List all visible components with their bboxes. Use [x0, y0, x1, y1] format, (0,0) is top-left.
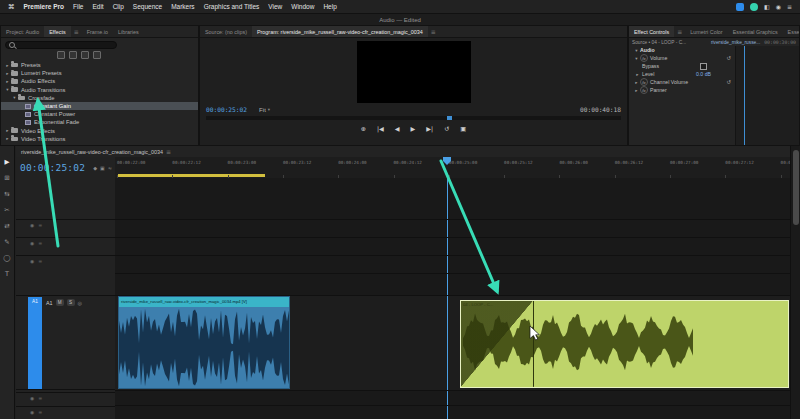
disclosure-icon[interactable]: ▸: [4, 71, 11, 76]
disclosure-icon[interactable]: ▾: [633, 48, 640, 53]
source-patch-a1[interactable]: A1: [28, 297, 42, 389]
effect-item-exponential-fade[interactable]: Exponential Fade: [1, 118, 198, 126]
panel-menu-icon[interactable]: ≡: [71, 28, 82, 35]
panel-menu-icon[interactable]: ≡: [674, 28, 685, 35]
disclosure-icon[interactable]: ▸: [633, 88, 640, 93]
effects-bin-video-transitions[interactable]: ▸Video Transitions: [1, 135, 198, 143]
disclosure-icon[interactable]: ▸: [633, 80, 640, 85]
track-toggle-icon[interactable]: ◉: [30, 259, 34, 264]
menu-item-file[interactable]: File: [73, 3, 83, 10]
tab-program-riverside-mike-russell-raw-video-cfr-creation-magic-0034[interactable]: Program: riverside_mike_russell_raw-vide…: [252, 26, 428, 37]
linked-selection-icon[interactable]: ≈: [108, 165, 112, 171]
tab-project-audio[interactable]: Project: Audio: [1, 26, 44, 37]
track-header-a2[interactable]: ◉≡: [16, 392, 115, 405]
tab-frame-io[interactable]: Frame.io: [82, 26, 113, 37]
effect-filter-icon[interactable]: [93, 51, 101, 59]
menu-app-name[interactable]: Premiere Pro: [24, 3, 64, 10]
bypass-checkbox[interactable]: [700, 63, 707, 70]
effect-filter-icon[interactable]: [81, 51, 89, 59]
disclosure-icon[interactable]: ▸: [4, 136, 11, 141]
ripple-edit-tool[interactable]: ⇆: [4, 190, 9, 198]
add-marker-button[interactable]: ⊕: [361, 125, 366, 132]
razor-tool[interactable]: ✂: [4, 206, 9, 214]
hand-tool[interactable]: ◯: [3, 254, 10, 262]
track-select-tool[interactable]: ⊞: [4, 174, 9, 182]
track-toggle-icon[interactable]: ≡: [38, 396, 42, 401]
ec-keyframe-lane[interactable]: [735, 46, 799, 145]
tab-effects[interactable]: Effects: [44, 26, 70, 37]
export-frame-button[interactable]: ▣: [460, 125, 466, 132]
track-toggle-icon[interactable]: ≡: [38, 259, 42, 264]
menubar-extra-icon[interactable]: ≡: [787, 3, 792, 10]
type-tool[interactable]: T: [5, 270, 9, 278]
tab-effect-controls[interactable]: Effect Controls: [629, 26, 674, 37]
level-value[interactable]: 0.0 dB: [696, 71, 711, 77]
track-header-v3[interactable]: ◉≡: [16, 219, 115, 237]
selection-tool[interactable]: ▶: [5, 158, 10, 166]
timeline-tab[interactable]: riverside_mike_russell_raw-video-cfr_cre…: [21, 149, 163, 155]
tab-essential-sound[interactable]: Essential Sound: [783, 26, 799, 37]
control-center-icon[interactable]: ◉: [776, 3, 781, 10]
timeline-tracks-area[interactable]: riverside_mike_russell_raw-video-cfr_cre…: [115, 178, 791, 419]
disclosure-icon[interactable]: ▾: [4, 87, 11, 92]
effects-bin-video-effects[interactable]: ▸Video Effects: [1, 127, 198, 135]
loop-button[interactable]: ↺: [444, 125, 449, 132]
panel-menu-icon[interactable]: ≡: [428, 28, 439, 35]
ec-effect-label[interactable]: Panner: [650, 87, 667, 93]
disclosure-icon[interactable]: ▾: [11, 95, 18, 100]
voiceover-waveform[interactable]: [119, 307, 289, 388]
playhead[interactable]: [447, 178, 448, 419]
panel-menu-icon[interactable]: ≡: [163, 148, 174, 155]
tab-lumetri-color[interactable]: Lumetri Color: [685, 26, 727, 37]
effect-filter-icon[interactable]: [57, 51, 65, 59]
reset-parameter-icon[interactable]: ↺: [726, 55, 731, 61]
effects-bin-lumetri-presets[interactable]: ▸Lumetri Presets: [1, 69, 198, 77]
menu-item-graphics-and-titles[interactable]: Graphics and Titles: [204, 3, 260, 10]
menu-item-help[interactable]: Help: [323, 3, 336, 10]
ec-playhead[interactable]: [744, 46, 745, 145]
timeline-vertical-scrollbar[interactable]: [790, 146, 800, 419]
go-to-in-button[interactable]: |◀: [377, 125, 384, 132]
track-toggle-icon[interactable]: ◉: [30, 223, 34, 228]
menu-item-window[interactable]: Window: [291, 3, 314, 10]
clip-title-bar[interactable]: riverside_mike_russell_raw-video-cfr_cre…: [119, 297, 289, 307]
menu-item-view[interactable]: View: [268, 3, 282, 10]
track-toggle-icon[interactable]: ≡: [38, 223, 42, 228]
go-to-out-button[interactable]: ▶|: [426, 125, 433, 132]
disclosure-icon[interactable]: ▸: [4, 128, 11, 133]
program-scrubber[interactable]: [206, 116, 621, 120]
track-header-v2[interactable]: ◉≡: [16, 237, 115, 255]
track-toggle-icon[interactable]: ◉: [30, 396, 34, 401]
effect-item-constant-power[interactable]: Constant Power: [1, 110, 198, 118]
clip-voiceover[interactable]: riverside_mike_russell_raw-video-cfr_cre…: [118, 296, 290, 389]
track-toggle-icon[interactable]: ◉: [30, 410, 34, 415]
ec-effect-label[interactable]: Channel Volume: [650, 79, 688, 85]
tab-essential-graphics[interactable]: Essential Graphics: [728, 26, 783, 37]
track-header-a3[interactable]: ◉≡: [16, 406, 115, 419]
solo-button[interactable]: S: [67, 299, 75, 306]
display-settings-icon[interactable]: ◧: [764, 3, 770, 10]
crossfade-transition[interactable]: [461, 301, 534, 387]
effects-search-input[interactable]: [5, 41, 117, 49]
track-label-a1[interactable]: A1: [46, 300, 53, 306]
zoom-level-select[interactable]: Fit ▾: [259, 106, 270, 113]
disclosure-icon[interactable]: ▸: [633, 72, 642, 77]
effect-item-constant-gain[interactable]: Constant Gain: [1, 102, 198, 110]
apple-menu-icon[interactable]: ⌘: [8, 3, 15, 11]
effects-bin-presets[interactable]: ▸Presets: [1, 61, 198, 69]
ec-effect-label[interactable]: Volume: [650, 55, 667, 61]
mute-button[interactable]: M: [56, 299, 64, 306]
recording-indicator-icon[interactable]: [750, 3, 758, 11]
track-toggle-icon[interactable]: ≡: [38, 410, 42, 415]
track-toggle-icon[interactable]: ≡: [38, 241, 42, 246]
pen-tool[interactable]: ✎: [4, 238, 9, 246]
menu-item-markers[interactable]: Markers: [171, 3, 194, 10]
menu-item-sequence[interactable]: Sequence: [133, 3, 162, 10]
program-timecode[interactable]: 00:00:25:02: [206, 106, 247, 113]
effects-bin-audio-transitions[interactable]: ▾Audio Transitions: [1, 86, 198, 94]
menu-item-clip[interactable]: Clip: [113, 3, 124, 10]
tab-source-no-clips[interactable]: Source: (no clips): [200, 26, 252, 37]
scrubber-playhead[interactable]: [447, 116, 452, 120]
disclosure-icon[interactable]: ▸: [4, 63, 11, 68]
slip-tool[interactable]: ⇄: [4, 222, 9, 230]
